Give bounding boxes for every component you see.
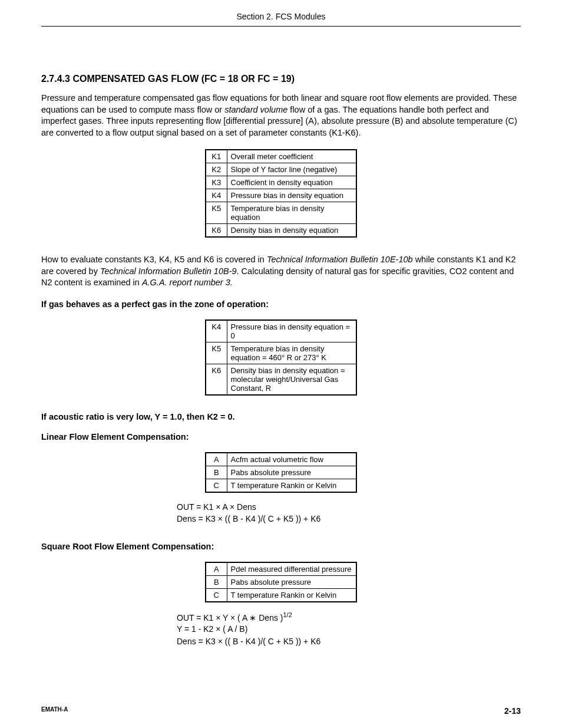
cell-k: C [206,588,227,602]
inputs-table-linear: AAcfm actual volumetric flow BPabs absol… [205,452,357,493]
cell-desc: Coefficient in density equation [227,176,356,189]
eq-text: OUT = K1 × Y × ( A ∗ Dens ) [177,612,283,622]
table-row: K4Pressure bias in density equation = 0 [206,320,356,342]
cell-desc: Pabs absolute pressure [227,466,356,479]
section-heading: 2.7.4.3 COMPENSATED GAS FLOW (FC = 18 OR… [41,74,521,84]
sqroot-heading: Square Root Flow Element Compensation: [41,542,521,551]
cell-k: K6 [206,364,227,395]
table-row: APdel measured differential pressure [206,562,356,576]
cell-k: A [206,562,227,576]
equation-line: Dens = K3 × (( B - K4 )/( C + K5 )) + K6 [177,635,521,647]
cell-k: K3 [206,176,227,189]
linear-equations: OUT = K1 × A × Dens Dens = K3 × (( B - K… [177,501,521,525]
cell-k: C [206,479,227,492]
equation-line: OUT = K1 × Y × ( A ∗ Dens )1/2 [177,611,521,624]
cell-desc: Pdel measured differential pressure [227,562,356,576]
constants-table-2: K4Pressure bias in density equation = 0 … [205,319,357,396]
inputs-table-sqroot: APdel measured differential pressure BPa… [205,562,357,602]
cell-k: K2 [206,163,227,176]
table-row: BPabs absolute pressure [206,575,356,588]
cell-k: K1 [206,150,227,163]
equation-line: OUT = K1 × A × Dens [177,501,521,513]
footer-page-number: 2-13 [504,706,521,716]
howto-paragraph: How to evaluate constants K3, K4, K5 and… [41,254,521,289]
cell-desc: Temperature bias in density equation [227,202,356,224]
cell-desc: Pressure bias in density equation = 0 [227,320,356,342]
page-footer: EMATH-A 2-13 [41,706,521,716]
table-row: BPabs absolute pressure [206,466,356,479]
table-row: CT temperature Rankin or Kelvin [206,479,356,492]
cell-desc: Acfm actual volumetric flow [227,453,356,466]
table-row: K1Overall meter coefficient [206,150,356,163]
acoustic-heading: If acoustic ratio is very low, Y = 1.0, … [41,412,521,421]
table-row: AAcfm actual volumetric flow [206,453,356,466]
equation-line: Y = 1 - K2 × ( A / B) [177,623,521,635]
intro-paragraph: Pressure and temperature compensated gas… [41,93,521,139]
cell-desc: Slope of Y factor line (negative) [227,163,356,176]
equation-line: Dens = K3 × (( B - K4 )/( C + K5 )) + K6 [177,513,521,525]
cell-desc: Density bias in density equation = molec… [227,364,356,395]
cell-desc: Temperature bias in density equation = 4… [227,342,356,364]
perfect-gas-heading: If gas behaves as a perfect gas in the z… [41,299,521,309]
cell-desc: Density bias in density equation [227,224,356,238]
table-row: K4Pressure bias in density equation [206,189,356,202]
section-title: Section 2. FCS Modules [237,12,326,21]
cell-k: B [206,466,227,479]
cell-desc: Overall meter coefficient [227,150,356,163]
table-row: K5Temperature bias in density equation =… [206,342,356,364]
cell-k: K6 [206,224,227,238]
linear-heading: Linear Flow Element Compensation: [41,432,521,442]
howto-italic-2: Technical Information Bulletin 10B-9 [100,266,237,276]
cell-k: B [206,575,227,588]
table-row: K2Slope of Y factor line (negative) [206,163,356,176]
cell-desc: T temperature Rankin or Kelvin [227,479,356,492]
table-row: K3Coefficient in density equation [206,176,356,189]
constants-table-1: K1Overall meter coefficient K2Slope of Y… [205,149,357,238]
cell-k: K4 [206,189,227,202]
howto-italic-1: Technical Information Bulletin 10E-10b [267,255,413,264]
cell-k: K5 [206,202,227,224]
footer-doc-id: EMATH-A [41,706,68,716]
cell-k: K4 [206,320,227,342]
sqroot-equations: OUT = K1 × Y × ( A ∗ Dens )1/2 Y = 1 - K… [177,611,521,648]
howto-italic-3: A.G.A. report number 3. [142,278,233,287]
intro-italic: standard volume [224,105,287,114]
cell-desc: T temperature Rankin or Kelvin [227,588,356,602]
table-row: CT temperature Rankin or Kelvin [206,588,356,602]
cell-k: K5 [206,342,227,364]
table-row: K6Density bias in density equation [206,224,356,238]
cell-desc: Pressure bias in density equation [227,189,356,202]
page-header: Section 2. FCS Modules [41,12,521,27]
eq-superscript: 1/2 [283,611,292,618]
table-row: K6Density bias in density equation = mol… [206,364,356,395]
cell-desc: Pabs absolute pressure [227,575,356,588]
table-row: K5Temperature bias in density equation [206,202,356,224]
howto-text: How to evaluate constants K3, K4, K5 and… [41,255,267,264]
cell-k: A [206,453,227,466]
